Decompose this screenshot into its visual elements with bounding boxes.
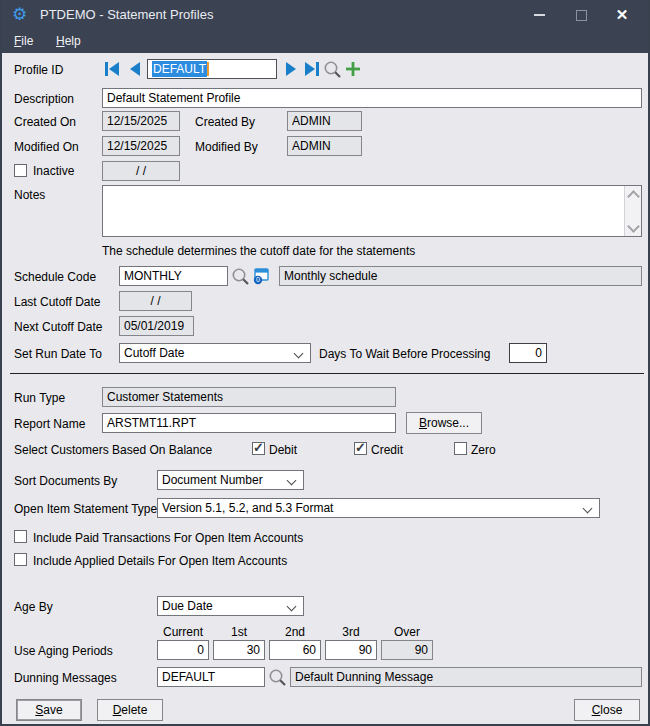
schedule-description-field: Monthly schedule [279,266,642,286]
profile-id-value: DEFAULT [152,61,207,77]
zero-label[interactable]: Zero [471,443,496,457]
inactive-label[interactable]: Inactive [33,164,74,178]
schedule-hint-text: The schedule determines the cutoff date … [102,244,415,258]
sort-documents-dropdown[interactable]: Document Number [157,470,304,490]
run-type-field: Customer Statements [102,387,396,407]
maximize-button[interactable] [564,0,598,30]
new-record-button[interactable] [345,61,361,77]
last-cutoff-date-field: / / [119,291,192,311]
notes-scrollbar[interactable] [624,186,641,236]
menu-file[interactable]: File [14,34,33,48]
debit-label[interactable]: Debit [269,443,297,457]
modified-by-field: ADMIN [287,136,362,156]
delete-button[interactable]: Delete [97,699,163,721]
next-cutoff-date-field: 05/01/2019 [119,316,194,336]
profile-id-input[interactable]: DEFAULT [147,59,277,79]
save-button[interactable]: Save [16,699,82,721]
dunning-messages-label: Dunning Messages [14,671,117,685]
aging-period-1st-input[interactable]: 30 [213,640,265,660]
credit-checkbox[interactable] [354,442,367,455]
notes-textarea[interactable] [102,185,642,237]
browse-button[interactable]: Browse... [406,412,482,434]
statement-profiles-window: ⚙ PTDEMO - Statement Profiles ✕ File Hel… [0,0,650,726]
description-input[interactable]: Default Statement Profile [102,88,642,108]
aging-header-3rd: 3rd [325,625,377,639]
days-to-wait-label: Days To Wait Before Processing [319,347,490,361]
next-record-button[interactable] [282,61,300,77]
previous-record-button[interactable] [126,61,144,77]
close-window-button[interactable]: ✕ [605,0,639,30]
zero-checkbox[interactable] [454,442,467,455]
created-on-field: 12/15/2025 [102,111,180,131]
first-record-button[interactable] [103,61,121,77]
include-applied-label[interactable]: Include Applied Details For Open Item Ac… [33,554,287,568]
last-record-button[interactable] [303,61,321,77]
close-button[interactable]: Close [574,699,640,721]
report-name-input[interactable]: ARSTMT11.RPT [102,413,396,433]
open-item-statement-type-label: Open Item Statement Type [14,502,157,516]
debit-checkbox[interactable] [252,442,265,455]
aging-header-1st: 1st [213,625,265,639]
set-run-date-dropdown[interactable]: Cutoff Date [119,343,311,363]
schedule-code-label: Schedule Code [14,270,96,284]
svg-text:0: 0 [256,276,260,283]
include-paid-checkbox[interactable] [14,530,27,543]
report-name-label: Report Name [14,417,85,431]
modified-by-label: Modified By [195,140,258,154]
close-icon: ✕ [616,6,629,24]
schedule-finder-button[interactable] [231,267,250,286]
include-paid-label[interactable]: Include Paid Transactions For Open Item … [33,531,303,545]
aging-header-current: Current [157,625,209,639]
created-on-label: Created On [14,115,76,129]
sort-documents-by-label: Sort Documents By [14,474,117,488]
chevron-down-icon [583,504,593,514]
open-item-statement-type-value: Version 5.1, 5.2, and 5.3 Format [162,501,333,515]
next-record-icon [284,62,298,76]
include-applied-checkbox[interactable] [14,553,27,566]
aging-header-2nd: 2nd [269,625,321,639]
notes-label: Notes [14,188,45,202]
search-icon [268,668,287,687]
profile-id-label: Profile ID [14,63,63,77]
inactive-date-field: / / [102,161,180,181]
inactive-checkbox[interactable] [14,164,27,177]
chevron-down-icon [294,349,304,359]
text-caret [207,62,209,76]
next-cutoff-date-label: Next Cutoff Date [14,320,103,334]
credit-label[interactable]: Credit [371,443,403,457]
age-by-dropdown[interactable]: Due Date [157,596,304,616]
schedule-code-input[interactable]: MONTHLY [119,266,228,286]
modified-on-label: Modified On [14,140,79,154]
created-by-field: ADMIN [287,111,362,131]
menu-bar: File Help [0,30,650,53]
plus-icon [345,61,361,77]
dunning-messages-input[interactable]: DEFAULT [157,667,265,687]
chevron-down-icon [287,602,297,612]
minimize-button[interactable] [522,0,556,30]
schedule-drilldown-button[interactable]: 0 [252,268,269,285]
set-run-date-to-label: Set Run Date To [14,347,102,361]
sort-documents-value: Document Number [162,473,263,487]
aging-period-current-input[interactable]: 0 [157,640,209,660]
aging-period-3rd-input[interactable]: 90 [325,640,377,660]
days-to-wait-input[interactable]: 0 [509,343,547,363]
profile-finder-button[interactable] [323,60,342,79]
chevron-down-icon [287,476,297,486]
aging-header-over: Over [381,625,433,639]
dunning-finder-button[interactable] [268,668,287,687]
created-by-label: Created By [195,115,255,129]
first-record-icon [104,62,120,76]
modified-on-field: 12/15/2025 [102,136,180,156]
previous-record-icon [128,62,142,76]
open-item-statement-type-dropdown[interactable]: Version 5.1, 5.2, and 5.3 Format [157,498,600,518]
app-gear-icon: ⚙ [12,5,27,25]
minimize-icon [534,14,545,16]
aging-period-2nd-input[interactable]: 60 [269,640,321,660]
drilldown-icon: 0 [252,268,269,285]
scroll-down-icon[interactable] [627,220,640,233]
scroll-up-icon[interactable] [627,190,640,203]
age-by-value: Due Date [162,599,213,613]
search-icon [231,267,250,286]
menu-help[interactable]: Help [56,34,81,48]
description-label: Description [14,92,74,106]
